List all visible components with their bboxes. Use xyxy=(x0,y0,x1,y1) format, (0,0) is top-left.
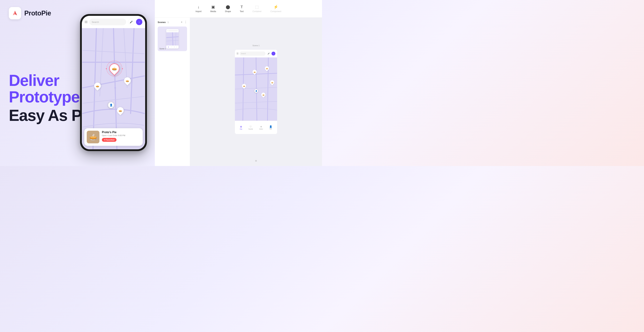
svg-point-11 xyxy=(114,87,116,89)
scenes-options-button[interactable]: ⋮ xyxy=(184,20,187,24)
mini-user-pin: 👤 xyxy=(254,89,258,93)
mini-search-bar[interactable]: Search xyxy=(240,51,266,56)
editor-body: Scenes 1 + ⋮ xyxy=(155,17,322,166)
toolbar-container[interactable]: ⬚ Container xyxy=(252,5,262,13)
favorited-button[interactable]: ♥ Favorited xyxy=(102,138,116,142)
toolbar-import[interactable]: ↓ Import xyxy=(196,5,202,13)
container-icon: ⬚ xyxy=(255,5,259,9)
svg-line-2 xyxy=(83,76,144,88)
map-nav-icon: ⊕ xyxy=(240,125,242,128)
selected-pin[interactable]: ◂ ▸ 🥧 xyxy=(109,63,120,74)
restaurant-card[interactable]: 🥧 Proto's Pie Open • Last Order 9:00 PM … xyxy=(84,128,143,146)
svg-line-9 xyxy=(83,50,144,54)
scenes-panel: Scenes 1 + ⋮ xyxy=(155,17,190,166)
import-label: Import xyxy=(196,10,202,13)
svg-line-5 xyxy=(130,28,134,114)
phone-topbar: Search 🎤 › xyxy=(82,16,145,28)
pie-pin-3[interactable]: 🥧 xyxy=(117,107,124,114)
scenes-title-area: Scenes 1 xyxy=(158,20,169,24)
mini-bottom-nav: ⊕ Map ♡ Favorite ≡ Orders 👤 xyxy=(235,121,277,134)
add-scene-button[interactable]: + xyxy=(181,20,182,24)
mini-map: 🥧 🥧 🥧 🥧 🥧 xyxy=(235,57,277,121)
nav-info[interactable]: 👤 Info xyxy=(269,125,272,130)
editor-canvas-area: Scene 1 Search 🎤 › xyxy=(235,50,277,134)
info-nav-icon: 👤 xyxy=(269,125,272,128)
scenes-actions: + ⋮ xyxy=(181,20,187,24)
svg-line-21 xyxy=(235,101,277,103)
user-location-pin: 👤 xyxy=(108,102,114,108)
import-icon: ↓ xyxy=(198,5,200,9)
media-icon: ▣ xyxy=(211,5,215,9)
text-icon: T xyxy=(240,5,243,9)
shape-label: Shape xyxy=(225,10,231,13)
editor-section: ↓ Import ▣ Media ⬤ Shape T Text ⬚ Contai… xyxy=(155,0,322,166)
scenes-count: 1 xyxy=(168,21,169,23)
scene-thumbnail-1[interactable]: ⊕ ♡ ≡ i Scene 1 xyxy=(158,26,187,51)
editor-toolbar: ↓ Import ▣ Media ⬤ Shape T Text ⬚ Contai… xyxy=(155,0,322,17)
svg-line-20 xyxy=(235,87,277,89)
favorite-nav-icon: ♡ xyxy=(250,125,252,128)
search-input[interactable]: Search xyxy=(89,19,126,25)
scenes-title: Scenes xyxy=(158,21,166,23)
pie-pin-1[interactable]: 🥧 xyxy=(124,77,131,84)
toolbar-component[interactable]: ⚡ Component xyxy=(270,5,281,13)
container-label: Container xyxy=(252,10,262,13)
orders-nav-icon: ≡ xyxy=(260,125,262,128)
svg-line-18 xyxy=(243,57,244,121)
restaurant-status: Open • Last Order 9:00 PM xyxy=(102,134,140,137)
app-logo-icon xyxy=(9,7,21,19)
pie-pin-2[interactable]: 🥧 xyxy=(94,83,101,89)
media-label: Media xyxy=(210,10,216,13)
mini-phone: Search 🎤 › xyxy=(235,50,277,134)
phone-device: Search 🎤 › xyxy=(80,14,147,151)
info-nav-label: Info xyxy=(270,128,272,130)
toolbar-shape[interactable]: ⬤ Shape xyxy=(225,5,231,13)
editor-main: Scene 1 Search 🎤 › xyxy=(190,17,322,166)
component-label: Component xyxy=(270,10,281,13)
map-nav-label: Map xyxy=(240,128,242,130)
nav-favorite[interactable]: ♡ Favorite xyxy=(248,125,253,130)
canvas-add-button[interactable]: + xyxy=(255,159,257,163)
hamburger-icon[interactable] xyxy=(85,21,88,23)
svg-line-15 xyxy=(176,32,176,45)
orders-nav-label: Orders xyxy=(259,128,263,130)
mini-mic-button[interactable]: 🎤 xyxy=(266,52,270,55)
go-button[interactable]: › xyxy=(136,19,142,25)
app-name: ProtoPie xyxy=(24,9,51,17)
shape-icon: ⬤ xyxy=(226,5,230,9)
scene-label: Scene 1 xyxy=(252,44,260,46)
restaurant-name: Proto's Pie xyxy=(102,131,140,134)
favorite-nav-label: Favorite xyxy=(248,128,253,130)
scenes-header: Scenes 1 + ⋮ xyxy=(158,20,187,24)
nav-map[interactable]: ⊕ Map xyxy=(240,125,242,130)
svg-line-13 xyxy=(172,32,173,45)
toolbar-text[interactable]: T Text xyxy=(240,5,244,13)
center-phone-section: Search 🎤 › xyxy=(65,9,162,160)
component-icon: ⚡ xyxy=(274,5,278,9)
toolbar-media[interactable]: ▣ Media xyxy=(210,5,216,13)
phone-screen: Search 🎤 › xyxy=(82,16,145,149)
mini-go-button[interactable]: › xyxy=(272,52,275,55)
text-label: Text xyxy=(240,10,244,13)
card-info: Proto's Pie Open • Last Order 9:00 PM ♥ … xyxy=(102,131,140,142)
mic-button[interactable]: 🎤 xyxy=(128,19,134,25)
scene1-label: Scene 1 xyxy=(160,48,166,50)
nav-orders[interactable]: ≡ Orders xyxy=(259,125,263,130)
restaurant-image: 🥧 xyxy=(87,131,100,143)
mini-hamburger-icon xyxy=(237,53,238,54)
mini-phone-topbar: Search 🎤 › xyxy=(235,50,277,57)
